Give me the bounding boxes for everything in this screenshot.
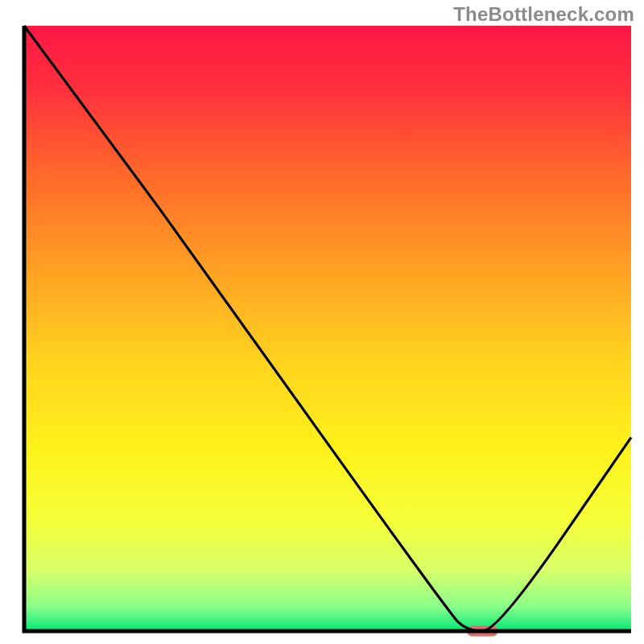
plot-background bbox=[24, 26, 631, 631]
bottleneck-chart bbox=[0, 0, 644, 644]
watermark-text: TheBottleneck.com bbox=[453, 3, 634, 26]
